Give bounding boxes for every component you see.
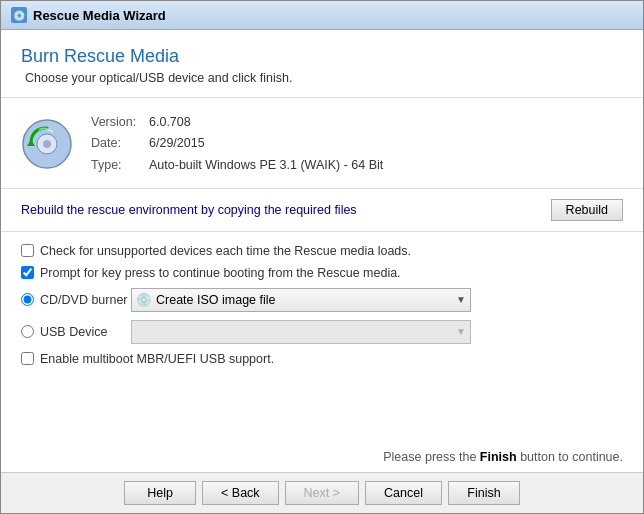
version-row: Version: 6.0.708 — [91, 112, 383, 133]
version-value: 6.0.708 — [149, 112, 191, 133]
page-title: Burn Rescue Media — [21, 46, 623, 67]
check-unsupported-label[interactable]: Check for unsupported devices each time … — [40, 244, 411, 258]
cd-icon-small: 💿 — [136, 292, 152, 307]
cddvd-radio[interactable] — [21, 293, 34, 306]
prompt-keypress-row: Prompt for key press to continue booting… — [21, 266, 623, 280]
finish-prefix: Please press the — [383, 450, 476, 464]
rebuild-text: Rebuild the rescue environment by copyin… — [21, 203, 357, 217]
cddvd-label[interactable]: CD/DVD burner — [40, 293, 128, 307]
date-row: Date: 6/29/2015 — [91, 133, 383, 154]
multiboot-row: Enable multiboot MBR/UEFI USB support. — [21, 352, 623, 366]
check-unsupported-row: Check for unsupported devices each time … — [21, 244, 623, 258]
dropdown-arrow-icon: ▼ — [456, 294, 466, 305]
finish-bold: Finish — [480, 450, 517, 464]
check-unsupported-checkbox[interactable] — [21, 244, 34, 257]
cancel-button[interactable]: Cancel — [365, 481, 442, 505]
prompt-keypress-checkbox[interactable] — [21, 266, 34, 279]
usb-dropdown-arrow-icon: ▼ — [456, 326, 466, 337]
page-subtitle: Choose your optical/USB device and click… — [25, 71, 623, 85]
date-value: 6/29/2015 — [149, 133, 205, 154]
usb-device-row: USB Device ▼ — [21, 320, 623, 344]
cd-icon — [21, 118, 73, 170]
svg-point-2 — [43, 140, 51, 148]
usb-label-container: USB Device — [21, 325, 131, 339]
type-value: Auto-built Windows PE 3.1 (WAIK) - 64 Bi… — [149, 155, 383, 176]
usb-radio[interactable] — [21, 325, 34, 338]
finish-suffix: button to continue. — [520, 450, 623, 464]
rebuild-button[interactable]: Rebuild — [551, 199, 623, 221]
type-row: Type: Auto-built Windows PE 3.1 (WAIK) -… — [91, 155, 383, 176]
main-window: 💿 Rescue Media Wizard Burn Rescue Media … — [0, 0, 644, 514]
version-label: Version: — [91, 112, 143, 133]
help-button[interactable]: Help — [124, 481, 196, 505]
rebuild-section: Rebuild the rescue environment by copyin… — [1, 189, 643, 232]
multiboot-checkbox[interactable] — [21, 352, 34, 365]
window-icon: 💿 — [11, 7, 27, 23]
info-section: Version: 6.0.708 Date: 6/29/2015 Type: A… — [1, 98, 643, 189]
window-title: Rescue Media Wizard — [33, 8, 166, 23]
date-label: Date: — [91, 133, 143, 154]
finish-button[interactable]: Finish — [448, 481, 520, 505]
info-table: Version: 6.0.708 Date: 6/29/2015 Type: A… — [91, 112, 383, 176]
finish-message-area: Please press the Finish button to contin… — [1, 442, 643, 472]
usb-dropdown: ▼ — [131, 320, 471, 344]
next-button[interactable]: Next > — [285, 481, 359, 505]
cddvd-device-row: CD/DVD burner 💿 Create ISO image file ▼ — [21, 288, 623, 312]
multiboot-label[interactable]: Enable multiboot MBR/UEFI USB support. — [40, 352, 274, 366]
title-bar: 💿 Rescue Media Wizard — [1, 1, 643, 30]
type-label: Type: — [91, 155, 143, 176]
footer: Help < Back Next > Cancel Finish — [1, 472, 643, 513]
header-area: Burn Rescue Media Choose your optical/US… — [1, 30, 643, 98]
usb-label[interactable]: USB Device — [40, 325, 107, 339]
cddvd-dropdown[interactable]: 💿 Create ISO image file ▼ — [131, 288, 471, 312]
content-area: Burn Rescue Media Choose your optical/US… — [1, 30, 643, 472]
back-button[interactable]: < Back — [202, 481, 279, 505]
options-section: Check for unsupported devices each time … — [1, 232, 643, 442]
cddvd-label-container: CD/DVD burner — [21, 293, 131, 307]
cddvd-dropdown-value: Create ISO image file — [156, 293, 276, 307]
prompt-keypress-label[interactable]: Prompt for key press to continue booting… — [40, 266, 401, 280]
